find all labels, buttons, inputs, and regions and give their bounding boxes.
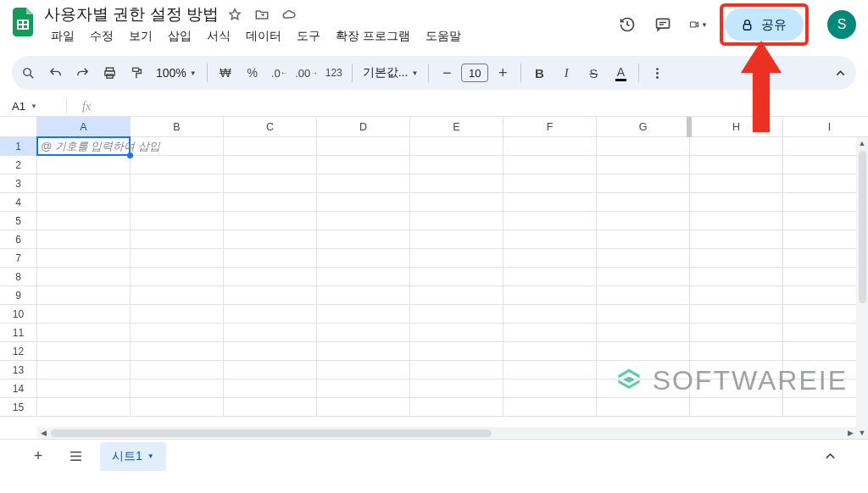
all-sheets-button[interactable]: [63, 444, 88, 469]
cell[interactable]: [37, 268, 131, 286]
cell[interactable]: [690, 137, 783, 156]
document-title[interactable]: 사용자별 권한 설정 방법: [44, 5, 219, 24]
percent-icon[interactable]: %: [240, 60, 265, 86]
column-header[interactable]: F: [504, 117, 597, 137]
column-header[interactable]: E: [410, 117, 504, 137]
cell[interactable]: [504, 268, 597, 286]
cell[interactable]: [597, 230, 690, 249]
redo-icon[interactable]: [70, 60, 95, 86]
cell[interactable]: [783, 342, 868, 361]
cell[interactable]: [410, 174, 504, 193]
cell[interactable]: [783, 249, 868, 268]
row-header[interactable]: 3: [0, 174, 37, 193]
cell[interactable]: [597, 286, 690, 305]
cell[interactable]: [783, 212, 868, 230]
row-header[interactable]: 10: [0, 305, 37, 324]
undo-icon[interactable]: [42, 60, 68, 86]
cell[interactable]: [783, 137, 868, 156]
scroll-down-icon[interactable]: ▼: [856, 427, 868, 439]
cell[interactable]: [37, 212, 131, 230]
cell[interactable]: [504, 361, 597, 379]
cell[interactable]: [37, 174, 131, 193]
spreadsheet-grid[interactable]: ABCDEFGHI1@ 기호를 입력하여 삽입23456789101112131…: [0, 117, 868, 417]
increase-font-size-icon[interactable]: +: [490, 60, 515, 86]
cell[interactable]: [504, 249, 597, 268]
cell[interactable]: [224, 361, 317, 379]
cell[interactable]: [37, 230, 131, 249]
row-header[interactable]: 11: [0, 324, 37, 342]
cell[interactable]: [37, 361, 131, 379]
cell[interactable]: [224, 324, 317, 342]
cell[interactable]: [410, 268, 504, 286]
cell[interactable]: [224, 286, 317, 305]
cell[interactable]: [783, 286, 868, 305]
cell[interactable]: [131, 249, 224, 268]
cell[interactable]: [690, 286, 783, 305]
menu-insert[interactable]: 삽입: [161, 27, 198, 46]
cell[interactable]: [690, 174, 783, 193]
column-header[interactable]: D: [317, 117, 410, 137]
cell[interactable]: [224, 174, 317, 193]
cell[interactable]: [131, 379, 224, 398]
cell[interactable]: [690, 398, 783, 417]
cell[interactable]: [504, 174, 597, 193]
cell[interactable]: [690, 249, 783, 268]
cell[interactable]: [690, 361, 783, 379]
cell[interactable]: [224, 268, 317, 286]
cell[interactable]: [37, 324, 131, 342]
cell[interactable]: [37, 286, 131, 305]
cell[interactable]: [131, 174, 224, 193]
cell[interactable]: [410, 379, 504, 398]
cell[interactable]: [317, 156, 410, 174]
star-icon[interactable]: [227, 7, 242, 22]
cell[interactable]: [224, 230, 317, 249]
cell[interactable]: [410, 305, 504, 324]
history-icon[interactable]: [618, 15, 637, 34]
row-header[interactable]: 8: [0, 268, 37, 286]
cell[interactable]: [131, 212, 224, 230]
column-header[interactable]: I: [783, 117, 868, 137]
cell[interactable]: [410, 398, 504, 417]
scroll-up-icon[interactable]: ▲: [856, 137, 868, 149]
horizontal-scrollbar[interactable]: ◀ ▶: [37, 427, 856, 439]
cell[interactable]: [224, 156, 317, 174]
share-button[interactable]: 공유: [725, 8, 804, 41]
cell[interactable]: [597, 268, 690, 286]
cell[interactable]: [317, 398, 410, 417]
cell[interactable]: [224, 249, 317, 268]
font-family-select[interactable]: 기본값...▼: [358, 65, 424, 80]
cell[interactable]: [131, 156, 224, 174]
cell[interactable]: [410, 137, 504, 156]
text-color-icon[interactable]: A: [608, 60, 633, 86]
cell[interactable]: [597, 193, 690, 212]
add-sheet-button[interactable]: +: [25, 444, 51, 469]
cell[interactable]: [783, 398, 868, 417]
vertical-scroll-thumb[interactable]: [859, 151, 866, 303]
more-formats-icon[interactable]: 123: [321, 60, 347, 86]
cell[interactable]: [37, 156, 131, 174]
cell[interactable]: [597, 156, 690, 174]
cell[interactable]: [410, 156, 504, 174]
cell[interactable]: [597, 361, 690, 379]
cell[interactable]: [504, 212, 597, 230]
cell[interactable]: [131, 398, 224, 417]
zoom-select[interactable]: 100%▼: [151, 66, 202, 80]
search-menus-icon[interactable]: [15, 60, 41, 86]
cell[interactable]: [504, 324, 597, 342]
cell[interactable]: [224, 212, 317, 230]
cell[interactable]: [317, 230, 410, 249]
select-all-corner[interactable]: [0, 117, 37, 137]
cell[interactable]: [783, 193, 868, 212]
cell[interactable]: [597, 137, 690, 156]
cell[interactable]: [131, 286, 224, 305]
account-avatar[interactable]: S: [827, 10, 856, 39]
cell[interactable]: [317, 193, 410, 212]
cell[interactable]: [410, 193, 504, 212]
cell[interactable]: [690, 268, 783, 286]
row-header[interactable]: 9: [0, 286, 37, 305]
column-header[interactable]: A: [37, 117, 131, 137]
row-header[interactable]: 13: [0, 361, 37, 379]
cell[interactable]: [317, 249, 410, 268]
cell[interactable]: [504, 342, 597, 361]
cell[interactable]: [317, 268, 410, 286]
